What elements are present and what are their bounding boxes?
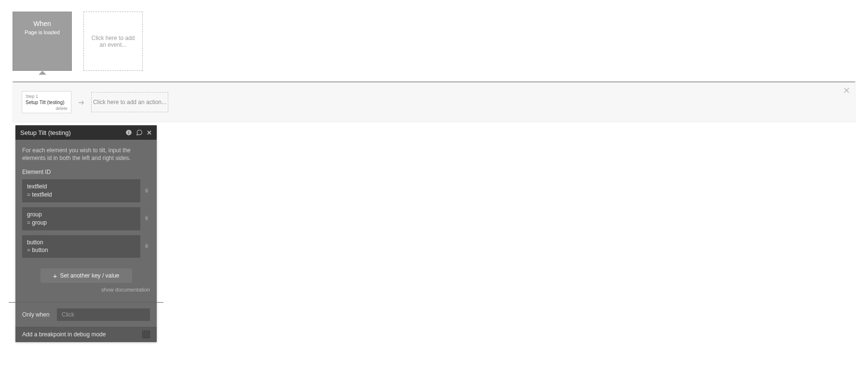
- comment-icon[interactable]: [136, 129, 143, 136]
- trash-icon[interactable]: [143, 187, 150, 195]
- add-event-placeholder[interactable]: Click here to add an event...: [83, 12, 143, 71]
- kv-value: button: [27, 246, 136, 254]
- breakpoint-label: Add a breakpoint in debug mode: [22, 331, 106, 338]
- add-kv-label: Set another key / value: [60, 272, 120, 279]
- kv-key: button: [27, 239, 136, 247]
- kv-list: textfield textfield group group button: [22, 179, 150, 258]
- only-when-label: Only when: [22, 311, 51, 318]
- kv-entry[interactable]: group group: [22, 207, 140, 230]
- svg-rect-1: [128, 132, 129, 134]
- trash-icon[interactable]: [143, 214, 150, 223]
- kv-row: group group: [22, 207, 150, 230]
- event-text: Page is loaded: [25, 29, 60, 35]
- panel-footer: Add a breakpoint in debug mode: [15, 327, 157, 342]
- event-when-label: When: [33, 20, 51, 27]
- kv-key: textfield: [27, 183, 136, 191]
- panel-header: Setup Tilt (testing) ✕: [15, 125, 157, 140]
- only-when-input[interactable]: [57, 308, 150, 321]
- plus-icon: +: [53, 272, 57, 279]
- kv-value: textfield: [27, 191, 136, 199]
- show-documentation-link[interactable]: show documentation: [22, 287, 150, 292]
- kv-row: button button: [22, 235, 150, 258]
- info-icon[interactable]: [125, 129, 132, 136]
- add-action-label: Click here to add an action...: [93, 99, 166, 106]
- add-kv-button[interactable]: + Set another key / value: [41, 268, 132, 283]
- element-id-label: Element ID: [22, 169, 150, 175]
- step-title: Setup Tilt (testing): [26, 100, 68, 105]
- svg-rect-2: [128, 131, 129, 132]
- kv-entry[interactable]: textfield textfield: [22, 179, 140, 202]
- event-selected-arrow-icon: [39, 71, 46, 75]
- close-icon[interactable]: ✕: [843, 85, 850, 96]
- inspector-panel: Setup Tilt (testing) ✕ For each element …: [15, 125, 157, 342]
- kv-entry[interactable]: button button: [22, 235, 140, 258]
- add-action-placeholder[interactable]: Click here to add an action...: [91, 92, 168, 112]
- panel-title: Setup Tilt (testing): [20, 129, 125, 136]
- event-card-page-loaded[interactable]: When Page is loaded: [13, 12, 72, 71]
- step-delete-link[interactable]: delete: [26, 106, 68, 111]
- breakpoint-toggle[interactable]: [142, 331, 150, 338]
- panel-close-icon[interactable]: ✕: [147, 129, 152, 136]
- step-card[interactable]: Step 1 Setup Tilt (testing) delete: [22, 91, 71, 113]
- kv-row: textfield textfield: [22, 179, 150, 202]
- step-num-label: Step 1: [26, 94, 68, 99]
- only-when-row: Only when: [15, 303, 157, 327]
- kv-key: group: [27, 211, 136, 219]
- action-strip: ✕ Step 1 Setup Tilt (testing) delete ➜ C…: [13, 81, 855, 122]
- kv-value: group: [27, 219, 136, 227]
- add-event-label: Click here to add an event...: [91, 35, 136, 48]
- arrow-right-icon: ➜: [78, 98, 84, 107]
- event-row: When Page is loaded Click here to add an…: [0, 0, 868, 71]
- panel-description: For each element you wish to tilt, input…: [22, 146, 150, 162]
- trash-icon[interactable]: [143, 242, 150, 251]
